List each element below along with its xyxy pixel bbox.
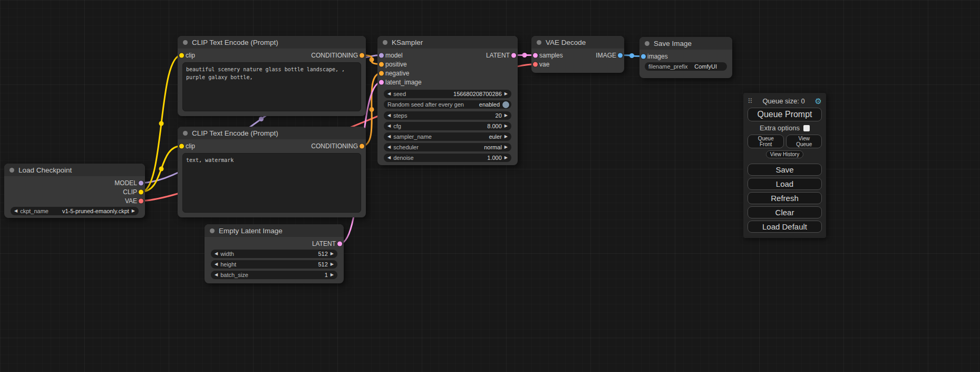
widget-cfg[interactable]: ◀ cfg 8.000 ▶ bbox=[384, 122, 511, 130]
load-button[interactable]: Load bbox=[748, 178, 822, 190]
output-dot-conditioning[interactable] bbox=[360, 53, 364, 58]
input-label: negative bbox=[385, 70, 409, 77]
output-dot-latent[interactable] bbox=[337, 241, 342, 246]
decrement-arrow-icon[interactable]: ◀ bbox=[387, 145, 391, 149]
wire-clip bbox=[141, 146, 182, 192]
output-dot-image[interactable] bbox=[618, 53, 623, 58]
widget-denoise[interactable]: ◀ denoise 1.000 ▶ bbox=[384, 154, 511, 162]
output-row: CLIP bbox=[4, 187, 145, 196]
node-clip-text-encode-negative[interactable]: CLIP Text Encode (Prompt) clip CONDITION… bbox=[178, 127, 366, 217]
node-title: KSampler bbox=[392, 39, 423, 46]
widget-width[interactable]: ◀ width 512 ▶ bbox=[211, 250, 337, 258]
widget-value: 512 bbox=[318, 251, 327, 257]
input-dot-latent-image[interactable] bbox=[379, 80, 384, 84]
increment-arrow-icon[interactable]: ▶ bbox=[504, 124, 508, 128]
decrement-arrow-icon[interactable]: ◀ bbox=[215, 252, 218, 256]
widget-value: ComfyUI bbox=[694, 63, 717, 70]
input-dot-model[interactable] bbox=[379, 53, 384, 58]
input-label: clip bbox=[186, 142, 195, 150]
input-label: model bbox=[385, 52, 403, 59]
widget-value: enabled bbox=[479, 101, 500, 108]
increment-arrow-icon[interactable]: ▶ bbox=[504, 145, 508, 149]
widget-ckpt-name[interactable]: ◀ ckpt_name v1-5-pruned-emaonly.ckpt ▶ bbox=[11, 207, 139, 215]
increment-arrow-icon[interactable]: ▶ bbox=[331, 252, 334, 256]
node-status-dot-icon bbox=[645, 41, 649, 46]
node-clip-text-encode-positive[interactable]: CLIP Text Encode (Prompt) clip CONDITION… bbox=[178, 36, 366, 116]
settings-gear-icon[interactable]: ⚙ bbox=[815, 97, 822, 105]
decrement-arrow-icon[interactable]: ◀ bbox=[387, 113, 391, 118]
widget-value: 20 bbox=[496, 112, 502, 119]
node-titlebar[interactable]: CLIP Text Encode (Prompt) bbox=[178, 36, 366, 49]
decrement-arrow-icon[interactable]: ◀ bbox=[14, 209, 17, 213]
clear-button[interactable]: Clear bbox=[748, 206, 822, 218]
input-dot-images[interactable] bbox=[641, 54, 646, 59]
decrement-arrow-icon[interactable]: ◀ bbox=[387, 92, 391, 96]
save-button[interactable]: Save bbox=[748, 164, 822, 176]
output-dot-latent[interactable] bbox=[511, 53, 516, 58]
widget-random-seed-toggle[interactable]: Random seed after every gen enabled bbox=[384, 100, 511, 109]
output-dot-vae[interactable] bbox=[139, 198, 143, 203]
increment-arrow-icon[interactable]: ▶ bbox=[504, 156, 508, 160]
node-graph-canvas[interactable]: Load Checkpoint MODEL CLIP VAE ◀ ckpt_na… bbox=[0, 0, 980, 372]
node-vae-decode[interactable]: VAE Decode samples IMAGE vae bbox=[531, 36, 624, 73]
input-label: images bbox=[647, 53, 668, 60]
node-titlebar[interactable]: VAE Decode bbox=[531, 36, 624, 49]
input-dot-samples[interactable] bbox=[533, 53, 538, 58]
widget-value: 8.000 bbox=[487, 123, 502, 129]
increment-arrow-icon[interactable]: ▶ bbox=[504, 135, 508, 139]
output-row: VAE bbox=[4, 196, 145, 205]
node-ksampler[interactable]: KSampler model LATENT positive negative … bbox=[377, 36, 518, 165]
node-titlebar[interactable]: CLIP Text Encode (Prompt) bbox=[178, 127, 366, 139]
node-save-image[interactable]: Save Image images filename_prefix ComfyU… bbox=[639, 37, 732, 78]
node-titlebar[interactable]: Load Checkpoint bbox=[4, 164, 145, 176]
widget-label: seed bbox=[393, 91, 406, 97]
widget-steps[interactable]: ◀ steps 20 ▶ bbox=[384, 111, 511, 120]
slot-row: images bbox=[639, 52, 732, 61]
node-titlebar[interactable]: Save Image bbox=[639, 37, 732, 50]
widget-sampler-name[interactable]: ◀ sampler_name euler ▶ bbox=[384, 132, 511, 141]
widget-filename-prefix[interactable]: filename_prefix ComfyUI bbox=[645, 62, 727, 71]
widget-value: 512 bbox=[318, 261, 327, 268]
decrement-arrow-icon[interactable]: ◀ bbox=[387, 156, 391, 160]
widget-batch-size[interactable]: ◀ batch_size 1 ▶ bbox=[211, 271, 337, 279]
widget-seed[interactable]: ◀ seed 156680208700286 ▶ bbox=[384, 90, 511, 98]
increment-arrow-icon[interactable]: ▶ bbox=[331, 262, 334, 266]
node-titlebar[interactable]: KSampler bbox=[377, 36, 518, 49]
decrement-arrow-icon[interactable]: ◀ bbox=[215, 262, 218, 266]
increment-arrow-icon[interactable]: ▶ bbox=[132, 209, 135, 213]
prompt-textarea[interactable]: beautiful scenery nature glass bottle la… bbox=[182, 62, 361, 111]
widget-scheduler[interactable]: ◀ scheduler normal ▶ bbox=[384, 143, 511, 151]
increment-arrow-icon[interactable]: ▶ bbox=[504, 113, 508, 118]
output-dot-model[interactable] bbox=[139, 180, 143, 185]
output-label: LATENT bbox=[312, 240, 336, 247]
extra-options-checkbox[interactable] bbox=[803, 125, 810, 131]
link-midpoint-dot bbox=[159, 167, 163, 171]
load-default-button[interactable]: Load Default bbox=[748, 221, 822, 233]
input-dot-vae[interactable] bbox=[533, 62, 538, 66]
queue-prompt-button[interactable]: Queue Prompt bbox=[748, 108, 822, 121]
input-dot-positive[interactable] bbox=[379, 62, 384, 66]
increment-arrow-icon[interactable]: ▶ bbox=[331, 273, 334, 277]
refresh-button[interactable]: Refresh bbox=[748, 192, 822, 204]
widget-label: filename_prefix bbox=[648, 63, 688, 70]
view-history-button[interactable]: View History bbox=[766, 150, 803, 158]
widget-height[interactable]: ◀ height 512 ▶ bbox=[211, 260, 337, 269]
output-dot-clip[interactable] bbox=[139, 189, 143, 194]
output-dot-conditioning[interactable] bbox=[360, 144, 364, 148]
node-empty-latent-image[interactable]: Empty Latent Image LATENT ◀ width 512 ▶ … bbox=[205, 224, 344, 283]
prompt-textarea[interactable]: text, watermark bbox=[182, 153, 361, 213]
toggle-knob-icon[interactable] bbox=[502, 101, 509, 108]
node-load-checkpoint[interactable]: Load Checkpoint MODEL CLIP VAE ◀ ckpt_na… bbox=[4, 164, 145, 218]
decrement-arrow-icon[interactable]: ◀ bbox=[387, 124, 391, 128]
node-titlebar[interactable]: Empty Latent Image bbox=[205, 224, 344, 237]
input-dot-negative[interactable] bbox=[379, 71, 384, 75]
queue-front-button[interactable]: Queue Front bbox=[748, 135, 784, 148]
input-dot-clip[interactable] bbox=[179, 53, 184, 58]
input-dot-clip[interactable] bbox=[179, 144, 184, 148]
node-title: Save Image bbox=[654, 40, 692, 47]
view-queue-button[interactable]: View Queue bbox=[786, 135, 822, 148]
increment-arrow-icon[interactable]: ▶ bbox=[504, 92, 508, 96]
decrement-arrow-icon[interactable]: ◀ bbox=[387, 135, 391, 139]
drag-handle-icon[interactable]: ⠿ bbox=[748, 97, 753, 105]
decrement-arrow-icon[interactable]: ◀ bbox=[215, 273, 218, 277]
